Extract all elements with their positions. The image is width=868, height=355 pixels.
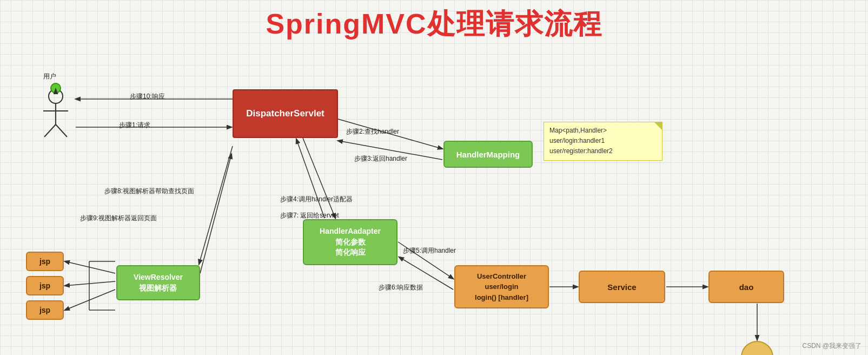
dao-box: dao xyxy=(708,271,784,303)
step4-label: 步骤4:调用handler适配器 xyxy=(280,195,353,204)
svg-line-19 xyxy=(200,154,231,273)
step5-label: 步骤5:调用handler xyxy=(403,246,456,255)
step3-label: 步骤3:返回handler xyxy=(354,154,407,163)
svg-line-20 xyxy=(65,261,115,273)
step7-label: 步骤7: 返回给servlet xyxy=(280,211,339,220)
step8-label: 步骤8:视图解析器帮助查找页面 xyxy=(104,187,194,196)
step9-label: 步骤9:视图解析器返回页面 xyxy=(80,214,157,223)
jsp-box-1: jsp xyxy=(26,252,64,271)
dispatcher-servlet-box: DispatcherServlet xyxy=(233,89,338,138)
note-box: Map<path,Handler> user/login:handler1 us… xyxy=(544,122,662,161)
step6-label: 步骤6:响应数据 xyxy=(379,283,423,292)
svg-line-21 xyxy=(65,281,115,286)
step2-label: 步骤2:查找handler xyxy=(346,127,399,136)
handler-adapter-box: HandlerAadapter 简化参数 简化响应 xyxy=(303,219,397,265)
svg-line-18 xyxy=(199,146,233,264)
handler-mapping-box: HandlerMapping xyxy=(443,141,533,168)
svg-line-22 xyxy=(65,290,115,310)
title: SpringMVC处理请求流程 xyxy=(0,0,868,43)
step1-label: 步骤1:请求 xyxy=(119,121,150,130)
db-box: DB xyxy=(741,341,773,355)
svg-line-4 xyxy=(56,124,67,137)
watermark: CSDN @我来变强了 xyxy=(802,341,862,351)
jsp-box-2: jsp xyxy=(26,276,64,295)
service-box: Service xyxy=(579,271,665,303)
svg-point-5 xyxy=(51,83,61,93)
svg-line-11 xyxy=(303,138,335,218)
view-resolver-box: ViewResolver 视图解析器 xyxy=(116,265,200,300)
svg-point-0 xyxy=(49,89,63,103)
svg-line-12 xyxy=(296,139,324,218)
svg-line-3 xyxy=(44,124,56,137)
user-label: 用户 xyxy=(43,72,56,81)
jsp-box-3: jsp xyxy=(26,300,64,320)
step10-label: 步骤10:响应 xyxy=(130,92,165,101)
user-controller-box: UserController user/login login() [handl… xyxy=(454,265,549,308)
